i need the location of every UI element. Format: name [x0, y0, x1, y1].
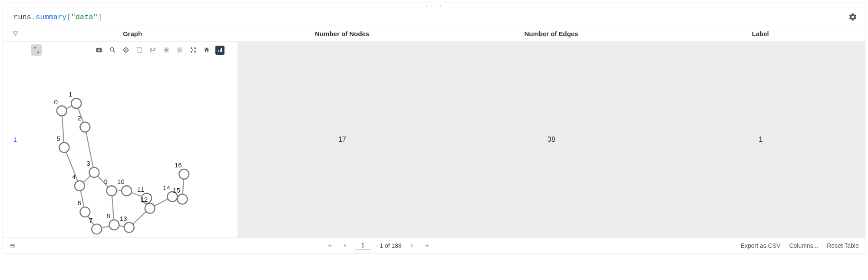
reset-table-button[interactable]: Reset Table	[827, 242, 859, 249]
svg-point-45	[145, 203, 155, 213]
svg-point-34	[71, 98, 81, 108]
svg-text:15: 15	[173, 187, 180, 194]
svg-text:8: 8	[106, 212, 110, 220]
footer-actions: Export as CSV Columns... Reset Table	[741, 242, 859, 249]
autoscale-icon[interactable]	[188, 46, 198, 55]
svg-point-33	[57, 106, 67, 116]
svg-point-43	[122, 186, 132, 196]
panel-controls	[852, 6, 861, 13]
pagination: - 1 of 188	[16, 241, 741, 250]
svg-text:3: 3	[86, 160, 90, 167]
cell-edges: 38	[447, 42, 656, 237]
home-icon[interactable]	[202, 46, 211, 55]
plotly-icon[interactable]	[215, 46, 224, 55]
lasso-icon[interactable]	[148, 46, 157, 55]
svg-text:12: 12	[140, 196, 148, 203]
data-table: Graph Number of Nodes Number of Edges La…	[3, 26, 865, 253]
svg-text:4: 4	[72, 173, 76, 180]
svg-text:9: 9	[104, 178, 108, 185]
plus-icon[interactable]	[162, 46, 171, 55]
expression-row: runs.summary["data"]	[3, 10, 865, 26]
expr-key: "data"	[71, 13, 98, 21]
gear-icon[interactable]	[848, 13, 857, 21]
select-icon[interactable]	[135, 46, 144, 55]
zoom-icon[interactable]	[108, 46, 117, 55]
graph-cell[interactable]: 012345678910111213141516	[27, 42, 238, 237]
expr-var: runs	[13, 13, 31, 21]
filter-button[interactable]	[3, 30, 27, 37]
svg-point-41	[109, 220, 119, 230]
svg-rect-11	[218, 50, 219, 52]
first-page-icon[interactable]	[326, 243, 335, 249]
svg-point-36	[89, 167, 99, 177]
columns-button[interactable]: Columns...	[789, 242, 818, 249]
table-row: 1	[3, 42, 865, 237]
svg-point-46	[124, 223, 134, 233]
pan-icon[interactable]	[121, 46, 130, 55]
cell-label: 1	[656, 42, 865, 237]
svg-point-35	[80, 122, 90, 132]
table-header: Graph Number of Nodes Number of Edges La…	[3, 26, 865, 42]
svg-point-48	[177, 194, 187, 204]
svg-text:6: 6	[77, 199, 81, 207]
svg-rect-12	[220, 49, 221, 52]
prev-page-icon[interactable]	[340, 243, 350, 249]
camera-icon[interactable]	[94, 46, 103, 55]
export-csv-button[interactable]: Export as CSV	[741, 242, 781, 249]
svg-text:16: 16	[175, 161, 182, 169]
col-header-nodes[interactable]: Number of Nodes	[238, 30, 447, 37]
svg-text:10: 10	[117, 178, 125, 185]
svg-point-39	[80, 207, 90, 217]
expr-attr: summary	[36, 13, 66, 21]
page-input[interactable]	[355, 241, 371, 250]
svg-point-7	[150, 48, 155, 51]
svg-point-38	[59, 143, 69, 153]
cell-nodes: 17	[238, 42, 447, 237]
svg-text:1: 1	[69, 90, 73, 98]
filter-icon	[12, 30, 19, 37]
svg-text:13: 13	[119, 215, 127, 222]
row-index[interactable]: 1	[3, 42, 27, 237]
svg-rect-6	[137, 48, 142, 53]
table-footer: - 1 of 188 Export as CSV Columns... Rese…	[3, 237, 865, 253]
last-page-icon[interactable]	[422, 243, 431, 249]
svg-text:7: 7	[89, 217, 93, 224]
svg-text:14: 14	[163, 184, 171, 191]
svg-text:2: 2	[77, 114, 81, 122]
menu-icon[interactable]	[9, 242, 16, 249]
next-page-icon[interactable]	[407, 243, 416, 249]
svg-point-5	[110, 48, 113, 51]
orbit-icon[interactable]	[31, 44, 42, 56]
svg-point-37	[75, 181, 85, 191]
col-header-graph[interactable]: Graph	[27, 30, 238, 37]
page-status: - 1 of 188	[376, 242, 402, 249]
col-header-label[interactable]: Label	[656, 30, 865, 37]
graph-plot[interactable]: 012345678910111213141516	[27, 42, 238, 237]
svg-text:11: 11	[137, 186, 145, 193]
svg-text:0: 0	[54, 98, 58, 106]
svg-rect-13	[221, 48, 222, 52]
svg-text:5: 5	[56, 135, 60, 142]
svg-point-40	[92, 224, 102, 234]
minus-icon[interactable]	[175, 46, 184, 55]
drag-handle[interactable]: : : : :	[3, 3, 865, 10]
svg-point-4	[98, 50, 99, 51]
expression-input[interactable]: runs.summary["data"]	[13, 13, 102, 21]
weave-panel: : : : : runs.summary["data"] Graph Nu	[3, 3, 865, 253]
svg-point-42	[107, 186, 117, 196]
graph-toolbar	[31, 44, 234, 56]
col-header-edges[interactable]: Number of Edges	[447, 30, 656, 37]
svg-point-49	[179, 169, 189, 179]
